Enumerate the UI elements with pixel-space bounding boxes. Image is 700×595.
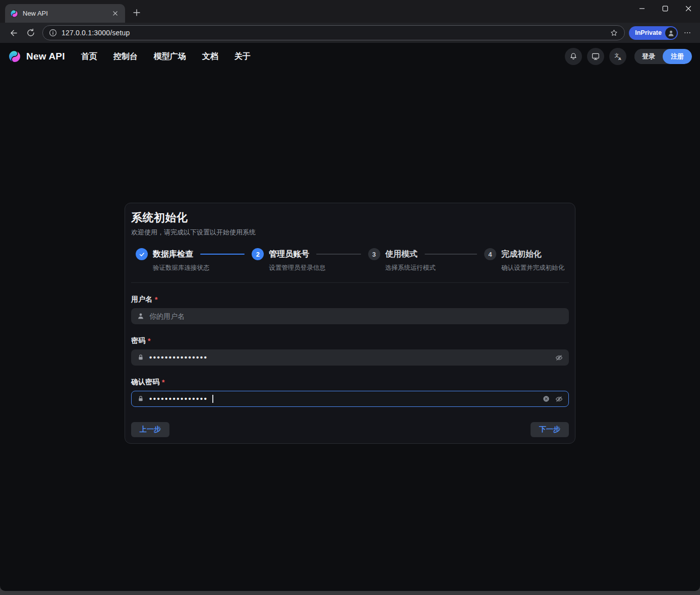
user-icon (137, 312, 145, 320)
monitor-icon (591, 52, 600, 61)
window-controls (630, 0, 700, 17)
favorite-star-icon[interactable] (610, 29, 618, 37)
masked-confirm-password: ••••••••••••••• (149, 395, 208, 402)
wizard-actions: 上一步 下一步 (131, 422, 569, 437)
nav-link-console[interactable]: 控制台 (113, 51, 138, 62)
username-label: 用户名 * (131, 295, 569, 304)
brand-name: New API (26, 51, 65, 62)
required-asterisk: * (155, 295, 157, 304)
browser-window: New API (0, 0, 700, 595)
nav-link-about[interactable]: 关于 (235, 51, 251, 62)
theme-mode-button[interactable] (587, 48, 604, 65)
inprivate-label: InPrivate (635, 29, 662, 36)
lock-icon (137, 395, 145, 403)
svg-text:A: A (618, 56, 621, 61)
username-input[interactable] (131, 308, 569, 324)
confirm-password-input[interactable]: ••••••••••••••• (131, 391, 569, 407)
clear-input-button[interactable] (542, 395, 550, 403)
new-tab-button[interactable] (130, 6, 143, 19)
nav-link-docs[interactable]: 文档 (202, 51, 218, 62)
step-connector (316, 254, 361, 255)
required-asterisk: * (162, 378, 164, 386)
step-connector (200, 254, 245, 255)
confirm-password-label: 确认密码 * (131, 378, 569, 387)
nav-link-model-plaza[interactable]: 模型广场 (154, 51, 186, 62)
step-description: 验证数据库连接状态 (153, 264, 252, 272)
refresh-button[interactable] (22, 25, 39, 41)
brand[interactable]: New API (8, 50, 65, 63)
steps-divider (131, 282, 569, 283)
tab-title: New API (23, 10, 110, 17)
step-description: 设置管理员登录信息 (269, 264, 368, 272)
step-description: 确认设置并完成初始化 (501, 264, 564, 272)
step-connector (425, 254, 477, 255)
lock-icon (137, 353, 145, 362)
toggle-password-visibility-button[interactable] (555, 353, 563, 362)
favicon-logo-icon (10, 10, 18, 18)
step-done-check-icon (136, 248, 148, 260)
setup-subtitle: 欢迎使用，请完成以下设置以开始使用系统 (131, 228, 569, 237)
password-label: 密码 * (131, 336, 569, 345)
step-label: 数据库检查 (153, 249, 193, 260)
toggle-confirm-visibility-button[interactable] (555, 395, 563, 403)
step-finish-init: 4 完成初始化 确认设置并完成初始化 (484, 248, 564, 272)
next-step-button[interactable]: 下一步 (531, 422, 569, 437)
nav-link-home[interactable]: 首页 (81, 51, 97, 62)
back-button[interactable] (5, 25, 22, 41)
setup-steps: 数据库检查 验证数据库连接状态 2 管理员账号 设 (131, 248, 569, 272)
step-number-badge: 3 (368, 248, 380, 260)
text-cursor (212, 395, 213, 403)
prev-step-button[interactable]: 上一步 (131, 422, 169, 437)
browser-tab[interactable]: New API (5, 4, 125, 23)
window-maximize-button[interactable] (654, 0, 677, 17)
username-field[interactable] (149, 309, 563, 324)
translate-icon: 文 A (613, 52, 623, 62)
password-input[interactable]: ••••••••••••••• (131, 349, 569, 366)
step-description: 选择系统运行模式 (385, 264, 484, 272)
browser-toolbar: 127.0.0.1:3000/setup InPrivate (0, 23, 700, 43)
site-info-icon[interactable] (49, 29, 57, 37)
step-label: 管理员账号 (269, 249, 309, 260)
page-content: New API 首页 控制台 模型广场 文档 关于 (0, 43, 700, 591)
required-asterisk: * (148, 337, 150, 345)
notifications-button[interactable] (565, 48, 582, 65)
step-number-badge: 4 (484, 248, 496, 260)
window-minimize-button[interactable] (630, 0, 654, 17)
eye-slash-icon (555, 395, 563, 403)
browser-titlebar: New API (0, 0, 700, 23)
eye-slash-icon (555, 353, 563, 362)
step-label: 完成初始化 (501, 249, 542, 260)
newapi-logo-icon (8, 50, 21, 63)
step-number-badge: 2 (252, 248, 264, 260)
bell-icon (569, 52, 578, 61)
login-button[interactable]: 登录 (634, 49, 663, 64)
setup-title: 系统初始化 (131, 210, 569, 225)
language-button[interactable]: 文 A (609, 48, 626, 65)
step-database-check: 数据库检查 验证数据库连接状态 (136, 248, 252, 272)
nav-links: 首页 控制台 模型广场 文档 关于 (81, 51, 251, 62)
masked-password: ••••••••••••••• (149, 353, 208, 361)
step-label: 使用模式 (385, 249, 418, 260)
step-usage-mode: 3 使用模式 选择系统运行模式 (368, 248, 484, 272)
address-bar[interactable]: 127.0.0.1:3000/setup (42, 25, 625, 40)
browser-menu-icon[interactable] (680, 25, 695, 40)
setup-card: 系统初始化 欢迎使用，请完成以下设置以开始使用系统 数据库检查 验证数据库连接状… (125, 203, 575, 444)
profile-avatar (665, 27, 677, 39)
site-navbar: New API 首页 控制台 模型广场 文档 关于 (0, 43, 700, 70)
tab-close-icon[interactable] (110, 9, 120, 19)
clear-circle-icon (542, 395, 550, 403)
step-admin-account: 2 管理员账号 设置管理员登录信息 (252, 248, 368, 272)
url-text[interactable]: 127.0.0.1:3000/setup (62, 29, 605, 37)
main-content: 系统初始化 欢迎使用，请完成以下设置以开始使用系统 数据库检查 验证数据库连接状… (0, 70, 700, 591)
auth-buttons: 登录 注册 (634, 49, 692, 64)
navbar-actions: 文 A 登录 注册 (565, 48, 692, 65)
window-close-button[interactable] (677, 0, 700, 17)
inprivate-badge[interactable]: InPrivate (629, 26, 678, 40)
register-button[interactable]: 注册 (663, 49, 692, 64)
